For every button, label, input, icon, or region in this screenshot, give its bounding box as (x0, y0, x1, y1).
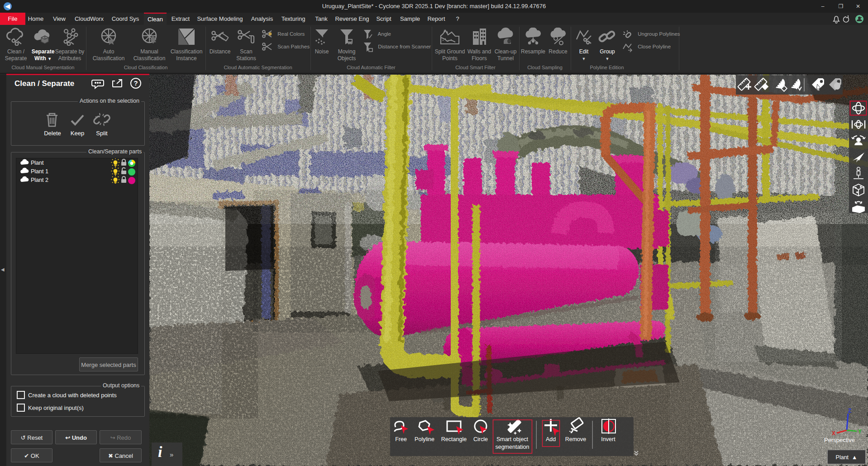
svg-text:X: X (832, 430, 835, 437)
svg-text:Remove: Remove (565, 436, 587, 442)
svg-text:Polyline: Polyline (415, 436, 434, 442)
svg-text:segmentation: segmentation (495, 444, 529, 450)
svg-text:Plant 2: Plant 2 (31, 177, 48, 183)
svg-text:Y: Y (858, 428, 862, 435)
svg-text:Invert: Invert (601, 436, 615, 442)
svg-text:?: ? (134, 79, 138, 87)
svg-text:Rectangle: Rectangle (441, 436, 467, 442)
svg-text:Plant 1: Plant 1 (31, 168, 48, 175)
svg-text:Smart object: Smart object (496, 436, 529, 442)
svg-text:Plant: Plant (31, 160, 44, 166)
svg-text:Add: Add (546, 436, 556, 442)
svg-text:Free: Free (395, 436, 407, 442)
svg-text:Z: Z (848, 408, 851, 414)
svg-text:Circle: Circle (473, 436, 488, 442)
